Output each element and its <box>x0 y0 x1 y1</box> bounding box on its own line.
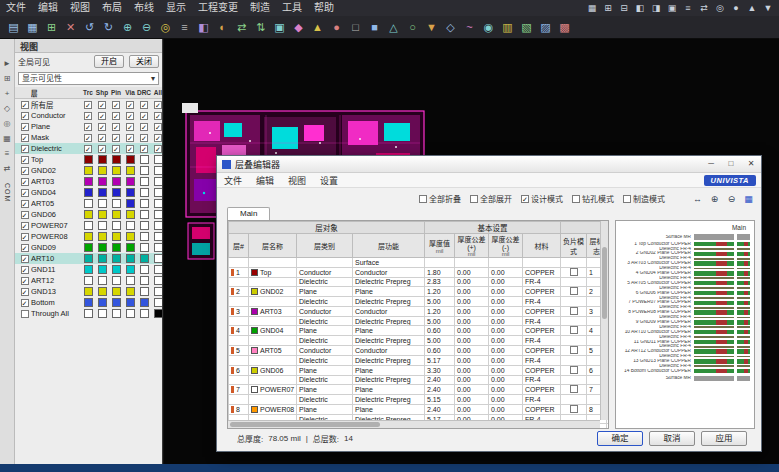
menubar-item[interactable]: 视图 <box>64 0 96 16</box>
layer-color-swatch[interactable] <box>112 221 121 230</box>
layer-row[interactable]: ✓Bottom <box>15 297 162 308</box>
layer-color-swatch[interactable] <box>112 276 121 285</box>
add-icon[interactable]: ⊞ <box>43 19 60 36</box>
close-button[interactable]: ✕ <box>741 156 761 172</box>
layer-color-swatch[interactable] <box>140 166 149 175</box>
checkbox[interactable] <box>419 195 427 203</box>
maximize-button[interactable]: □ <box>721 156 741 172</box>
menubar-item[interactable]: 帮助 <box>308 0 340 16</box>
down-icon[interactable]: ▼ <box>423 19 440 36</box>
stack-table-row[interactable]: Surface <box>229 258 610 268</box>
dock-left-icon[interactable]: ◧ <box>633 1 647 15</box>
layer-color-swatch[interactable] <box>126 177 135 186</box>
checkbox[interactable]: ✓ <box>21 123 29 131</box>
checkbox[interactable]: ✓ <box>21 244 29 252</box>
delete-icon[interactable]: ✕ <box>62 19 79 36</box>
layer-row[interactable]: ✓GND02 <box>15 165 162 176</box>
layer-color-swatch[interactable] <box>98 166 107 175</box>
layer-row[interactable]: ✓ART10 <box>15 253 162 264</box>
layer-color-swatch[interactable] <box>126 221 135 230</box>
list-icon[interactable]: ≡ <box>176 19 193 36</box>
dialog-menu-item[interactable]: 视图 <box>281 174 313 187</box>
target-icon[interactable]: ◉ <box>480 19 497 36</box>
checkbox[interactable]: ✓ <box>21 255 29 263</box>
visibility-filter-select[interactable]: 显示可见性 ▾ <box>18 72 159 85</box>
layer-color-swatch[interactable] <box>112 232 121 241</box>
checkbox[interactable]: ✓ <box>112 134 120 142</box>
checkbox[interactable]: ✓ <box>84 145 92 153</box>
apply-button[interactable]: 应用 <box>701 431 747 446</box>
collapse-panel-icon[interactable]: ⊟ <box>617 1 631 15</box>
frame-icon[interactable]: ▣ <box>665 1 679 15</box>
checkbox[interactable]: ✓ <box>21 200 29 208</box>
layer-color-swatch[interactable] <box>98 155 107 164</box>
layer-color-swatch[interactable] <box>98 199 107 208</box>
checkbox[interactable]: ✓ <box>21 277 29 285</box>
layer-row[interactable]: ✓POWER08 <box>15 231 162 242</box>
checkbox[interactable]: ✓ <box>140 101 148 109</box>
layer-color-swatch[interactable] <box>98 254 107 263</box>
checkbox[interactable]: ✓ <box>21 167 29 175</box>
grid-icon[interactable]: ▩ <box>556 19 573 36</box>
stack-table-row[interactable]: DielectricDielectric Prepreg2.400.000.00… <box>229 375 610 385</box>
checkbox[interactable]: ✓ <box>126 112 134 120</box>
layer-color-swatch[interactable] <box>154 243 163 252</box>
layer-color-swatch[interactable] <box>84 166 93 175</box>
dialog-menu-item[interactable]: 设置 <box>313 174 345 187</box>
layers-icon[interactable]: ▥ <box>499 19 516 36</box>
zoom-in-icon[interactable]: ⊕ <box>708 193 721 205</box>
layer-color-swatch[interactable] <box>84 199 93 208</box>
checkbox[interactable]: ✓ <box>21 266 29 274</box>
checkbox[interactable]: ✓ <box>126 134 134 142</box>
redo-icon[interactable]: ↻ <box>100 19 117 36</box>
checkbox[interactable]: ✓ <box>21 233 29 241</box>
vertical-scrollbar[interactable] <box>600 221 608 420</box>
layer-color-swatch[interactable] <box>126 232 135 241</box>
checkbox[interactable] <box>572 195 580 203</box>
checkbox[interactable]: ✓ <box>84 134 92 142</box>
checkbox[interactable]: ✓ <box>126 123 134 131</box>
checkbox[interactable]: ✓ <box>154 101 162 109</box>
layer-color-swatch[interactable] <box>154 265 163 274</box>
layer-color-swatch[interactable] <box>154 276 163 285</box>
layer-color-swatch[interactable] <box>154 155 163 164</box>
zoom-fit-icon[interactable]: ◎ <box>157 19 174 36</box>
checkbox[interactable]: ✓ <box>112 112 120 120</box>
layer-color-swatch[interactable] <box>112 243 121 252</box>
swap-icon[interactable]: ⇄ <box>233 19 250 36</box>
up-icon[interactable]: ▲ <box>309 19 326 36</box>
diamond-icon[interactable]: ◇ <box>442 19 459 36</box>
undo-icon[interactable]: ↺ <box>81 19 98 36</box>
add-window-icon[interactable]: ⊞ <box>4 74 11 83</box>
layer-color-swatch[interactable] <box>154 309 163 318</box>
dialog-titlebar[interactable]: 层叠编辑器 ─ □ ✕ <box>217 156 761 173</box>
checkbox[interactable]: ✓ <box>126 145 134 153</box>
checkbox[interactable] <box>570 346 578 354</box>
checkbox[interactable]: ✓ <box>21 299 29 307</box>
mode-checkbox[interactable]: 全部展开 <box>470 193 512 204</box>
fit-icon[interactable]: ◎ <box>713 1 727 15</box>
layer-color-swatch[interactable] <box>140 232 149 241</box>
open-icon[interactable]: ▤ <box>5 19 22 36</box>
layer-color-swatch[interactable] <box>98 232 107 241</box>
scrollbar-thumb[interactable] <box>230 422 380 427</box>
checkbox[interactable]: ✓ <box>84 101 92 109</box>
layer-color-swatch[interactable] <box>84 287 93 296</box>
dock-right-icon[interactable]: ◨ <box>649 1 663 15</box>
layer-color-swatch[interactable] <box>154 188 163 197</box>
shape-icon[interactable]: □ <box>347 19 364 36</box>
expand-icon[interactable]: ▼ <box>761 1 775 15</box>
layer-color-swatch[interactable] <box>112 188 121 197</box>
checkbox[interactable]: ✓ <box>112 101 120 109</box>
checkbox[interactable]: ✓ <box>154 134 162 142</box>
via-icon[interactable]: ◆ <box>290 19 307 36</box>
layer-color-swatch[interactable] <box>84 188 93 197</box>
com-tab[interactable]: COM <box>4 183 11 202</box>
checkbox[interactable]: ✓ <box>140 134 148 142</box>
pan-preview-icon[interactable]: ↔ <box>691 193 704 205</box>
checkbox[interactable] <box>21 310 29 318</box>
menubar-item[interactable]: 工程变更 <box>192 0 244 16</box>
zoom-out-icon[interactable]: ⊖ <box>725 193 738 205</box>
horizontal-scrollbar[interactable] <box>228 420 600 428</box>
layer-color-swatch[interactable] <box>98 298 107 307</box>
